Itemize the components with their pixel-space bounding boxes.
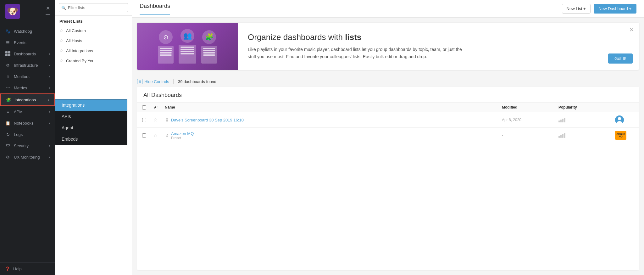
- svg-text:🐶: 🐶: [7, 6, 18, 17]
- puzzle-icon-item: 🧩: [201, 30, 217, 64]
- pop-bar: [564, 118, 565, 122]
- td-popularity: [558, 118, 615, 122]
- th-star[interactable]: ★↑: [153, 105, 165, 109]
- sidebar-item-infrastructure[interactable]: ⚙ Infrastructure ›: [0, 59, 55, 71]
- td-name: 🖥 Dave's Screenboard 30 Sep 2019 16:10: [165, 117, 502, 122]
- list-item-all-integrations[interactable]: ☆ All Integrations: [55, 46, 132, 56]
- sidebar-item-monitors[interactable]: ℹ Monitors ›: [0, 71, 55, 82]
- banner-close-button[interactable]: ✕: [629, 26, 634, 33]
- row-checkbox[interactable]: [142, 133, 146, 138]
- filter-lists-input[interactable]: [59, 3, 128, 12]
- list-item-all-custom[interactable]: ☆ All Custom: [55, 25, 132, 36]
- user-avatar: [615, 115, 624, 124]
- row-checkbox[interactable]: [142, 118, 146, 122]
- table-header: ★↑ Name Modified Popularity: [137, 103, 639, 112]
- doc-line: [160, 52, 172, 53]
- submenu-item-embeds[interactable]: Embeds: [55, 133, 127, 145]
- sidebar-item-security[interactable]: 🛡 Security ›: [0, 140, 55, 151]
- dashboard-name[interactable]: Dave's Screenboard 30 Sep 2019 16:10: [171, 118, 244, 122]
- sidebar-item-integrations[interactable]: 🧩 Integrations ›: [0, 93, 55, 106]
- doc-line: [203, 48, 215, 49]
- pop-bar: [558, 121, 560, 122]
- sidebar-item-logs[interactable]: ↻ Logs: [0, 129, 55, 140]
- sidebar-help[interactable]: ❓ Help: [0, 262, 55, 275]
- sidebar-minimize-icon[interactable]: —: [46, 12, 50, 17]
- doc-line: [180, 51, 194, 52]
- th-name: Name: [165, 105, 502, 109]
- hide-controls-button[interactable]: ⊞ Hide Controls: [137, 79, 169, 84]
- got-it-button[interactable]: Got It!: [608, 53, 633, 64]
- preset-lists-label: Preset Lists: [55, 16, 132, 25]
- integrations-icon: 🧩: [6, 97, 11, 103]
- doc-line: [203, 50, 215, 51]
- timeboard-icon: 🖥: [165, 133, 169, 138]
- submenu-item-apis[interactable]: APIs: [55, 111, 127, 122]
- favorite-button[interactable]: ☆: [153, 117, 158, 122]
- sidebar-logo-area: 🐶 ✕ —: [0, 0, 55, 23]
- banner-content: Organize dashboards with lists Like play…: [238, 23, 639, 70]
- sidebar-item-label: Integrations: [14, 98, 45, 102]
- main-content: Dashboards New List + New Dashboard + ⊙: [132, 0, 644, 275]
- sidebar-item-notebooks[interactable]: 📋 Notebooks ›: [0, 117, 55, 129]
- sidebar-item-dashboards[interactable]: Dashboards ›: [0, 48, 55, 59]
- dashboards-icon: [5, 51, 11, 57]
- sidebar-item-label: Events: [14, 40, 50, 45]
- favorite-button[interactable]: ☆: [153, 133, 158, 138]
- new-dashboard-button[interactable]: New Dashboard +: [594, 4, 636, 14]
- banner-title: Organize dashboards with lists: [248, 32, 629, 42]
- gauge-icon: ⊙: [159, 30, 173, 44]
- chevron-icon: ›: [49, 75, 50, 78]
- submenu-item-agent[interactable]: Agent: [55, 122, 127, 133]
- people-icon-item: 👥: [179, 29, 196, 64]
- sidebar-item-label: Dashboards: [14, 52, 46, 56]
- sidebar-item-label: APM: [14, 109, 46, 114]
- list-item-label: Created By You: [66, 59, 94, 63]
- sidebar-item-label: UX Monitoring: [14, 155, 46, 160]
- dashboard-section: All Dashboards ★↑ Name Modified Populari…: [137, 87, 639, 270]
- sidebar-item-ux-monitoring[interactable]: ⚙ UX Monitoring ›: [0, 151, 55, 163]
- list-item-created-by-you[interactable]: ☆ Created By You: [55, 56, 132, 66]
- top-bar: Dashboards New List + New Dashboard +: [132, 0, 644, 18]
- pop-bar: [558, 136, 560, 138]
- star-icon: ☆: [59, 58, 64, 63]
- security-icon: 🛡: [5, 143, 11, 149]
- pop-bar: [560, 120, 562, 122]
- th-popularity: Popularity: [558, 105, 615, 109]
- td-modified: -: [502, 133, 558, 138]
- doc-line: [180, 53, 194, 54]
- td-star: ☆: [153, 133, 165, 138]
- select-all-checkbox[interactable]: [142, 105, 146, 109]
- sidebar-item-apm[interactable]: ≡ APM ›: [0, 106, 55, 117]
- list-item-label: All Hosts: [66, 38, 82, 43]
- sidebar-item-watchdog[interactable]: 🐾 Watchdog: [0, 25, 55, 37]
- banner-image: ⊙ 👥: [137, 23, 238, 70]
- section-title: All Dashboards: [137, 87, 639, 103]
- sidebar: 🐶 ✕ — 🐾 Watchdog ☰ Events Dashboards › ⚙: [0, 0, 55, 275]
- star-icon: ☆: [59, 38, 64, 43]
- sidebar-item-metrics[interactable]: 〰 Metrics ›: [0, 82, 55, 93]
- popularity-bars: [558, 133, 565, 138]
- popularity-bars: [558, 118, 565, 122]
- list-item-label: All Integrations: [66, 48, 93, 53]
- top-bar-actions: New List + New Dashboard +: [562, 4, 636, 14]
- controls-divider: |: [173, 79, 174, 84]
- search-icon: 🔍: [61, 6, 66, 10]
- doc-icon-2: [179, 45, 196, 64]
- doc-line: [180, 47, 194, 48]
- dashboard-name[interactable]: Amazon MQ: [171, 131, 194, 136]
- sidebar-item-label: Monitors: [14, 74, 46, 79]
- page-title: Dashboards: [140, 3, 170, 15]
- sidebar-item-events[interactable]: ☰ Events: [0, 37, 55, 48]
- list-item-all-hosts[interactable]: ☆ All Hosts: [55, 36, 132, 46]
- datadog-logo: 🐶: [5, 4, 20, 19]
- chevron-icon: ›: [49, 86, 50, 90]
- doc-line: [180, 49, 194, 50]
- submenu-item-integrations[interactable]: Integrations: [55, 99, 127, 111]
- svg-rect-3: [8, 51, 10, 53]
- new-list-button[interactable]: New List +: [562, 4, 591, 14]
- screenboard-icon: 🖥: [165, 117, 169, 122]
- td-star: ☆: [153, 117, 165, 122]
- pop-bar: [562, 134, 564, 138]
- sidebar-close-icon[interactable]: ✕: [46, 6, 50, 11]
- td-popularity: [558, 133, 615, 138]
